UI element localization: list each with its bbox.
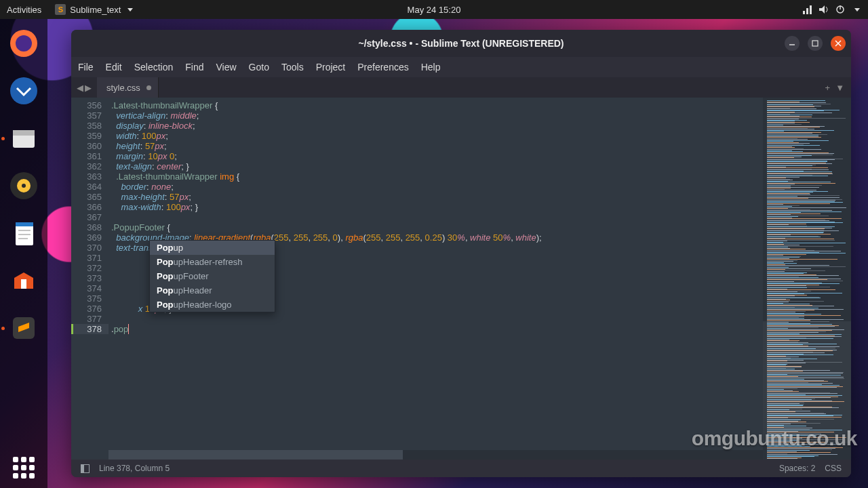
status-syntax[interactable]: CSS	[825, 464, 842, 473]
dock-software[interactable]	[6, 263, 41, 298]
power-icon[interactable]	[835, 5, 845, 14]
svg-rect-0	[803, 11, 805, 14]
tabs-dropdown-icon[interactable]: ▼	[835, 83, 844, 93]
status-bar: Line 378, Column 5 Spaces: 2 CSS	[71, 460, 851, 477]
autocomplete-item[interactable]: PopupHeader	[150, 283, 275, 298]
sublime-window: ~/style.css • - Sublime Text (UNREGISTER…	[71, 30, 851, 477]
autocomplete-item[interactable]: PopupFooter	[150, 269, 275, 283]
svg-rect-22	[812, 41, 818, 46]
dock	[0, 19, 47, 488]
gnome-top-bar: Activities S Sublime_text May 24 15:20	[0, 0, 868, 19]
activities-button[interactable]: Activities	[0, 5, 48, 15]
network-icon[interactable]	[803, 5, 812, 14]
svg-rect-19	[21, 279, 26, 289]
svg-rect-15	[16, 222, 33, 226]
tab-next-icon[interactable]: ▶	[85, 83, 92, 93]
autocomplete-item[interactable]: PopupHeader-refresh	[150, 255, 275, 269]
dock-firefox[interactable]	[6, 26, 41, 61]
menu-view[interactable]: View	[216, 62, 237, 73]
svg-point-7	[16, 35, 32, 52]
dock-writer[interactable]	[6, 216, 41, 251]
close-button[interactable]	[831, 36, 846, 51]
panel-switcher-icon[interactable]	[81, 464, 90, 473]
svg-rect-10	[13, 130, 35, 136]
autocomplete-popup[interactable]: PopupPopupHeader-refreshPopupFooterPopup…	[149, 240, 275, 312]
line-number-gutter: 3563573583593603613623633643653663673683…	[71, 98, 108, 460]
maximize-button[interactable]	[808, 36, 823, 51]
system-menu-chevron-icon[interactable]	[854, 8, 860, 12]
tab-prev-icon[interactable]: ◀	[77, 83, 83, 93]
dock-sublime-text[interactable]	[6, 310, 41, 346]
menu-help[interactable]: Help	[421, 62, 441, 73]
clock[interactable]: May 24 15:20	[401, 5, 468, 15]
menu-edit[interactable]: Edit	[106, 62, 122, 73]
status-indentation[interactable]: Spaces: 2	[779, 464, 815, 473]
menu-tools[interactable]: Tools	[281, 62, 304, 73]
tab-dirty-icon	[146, 85, 151, 90]
svg-rect-1	[806, 8, 808, 14]
menu-file[interactable]: File	[78, 62, 94, 73]
svg-rect-2	[810, 5, 812, 14]
svg-marker-3	[819, 5, 825, 14]
watermark-text: omgubuntu.co.uk	[692, 427, 857, 450]
dock-rhythmbox[interactable]	[6, 168, 41, 203]
editor-area[interactable]: 3563573583593603613623633643653663673683…	[71, 98, 851, 460]
menu-find[interactable]: Find	[185, 62, 203, 73]
tab-strip: ◀▶ style.css +▼	[71, 77, 851, 98]
svg-point-8	[10, 77, 37, 104]
autocomplete-item[interactable]: PopupHeader-logo	[150, 298, 275, 312]
status-cursor-position[interactable]: Line 378, Column 5	[99, 464, 170, 473]
menu-bar: FileEditSelectionFindViewGotoToolsProjec…	[71, 57, 851, 77]
minimap[interactable]	[763, 98, 851, 460]
horizontal-scrollbar[interactable]	[108, 450, 763, 460]
dock-files[interactable]	[6, 121, 41, 156]
top-active-app[interactable]: S Sublime_text	[48, 4, 140, 15]
dock-thunderbird[interactable]	[6, 73, 41, 108]
new-tab-icon[interactable]: +	[825, 83, 831, 93]
tab-style-css[interactable]: style.css	[97, 77, 159, 98]
volume-icon[interactable]	[819, 5, 829, 14]
tab-label: style.css	[106, 83, 140, 93]
minimize-button[interactable]	[785, 36, 800, 51]
svg-point-13	[22, 184, 26, 188]
menu-goto[interactable]: Goto	[249, 62, 269, 73]
window-title: ~/style.css • - Sublime Text (UNREGISTER…	[359, 38, 564, 49]
code-view[interactable]: .Latest-thumbnailWrapper {​ vertical-ali…	[108, 98, 763, 460]
autocomplete-item[interactable]: Popup	[150, 241, 275, 255]
show-applications-button[interactable]	[13, 457, 35, 479]
chevron-down-icon	[127, 8, 133, 12]
sublime-icon: S	[55, 4, 66, 15]
menu-preferences[interactable]: Preferences	[357, 62, 408, 73]
scrollbar-thumb[interactable]	[108, 450, 403, 460]
menu-project[interactable]: Project	[316, 62, 346, 73]
minimap-viewport[interactable]	[763, 321, 851, 443]
title-bar[interactable]: ~/style.css • - Sublime Text (UNREGISTER…	[71, 30, 851, 57]
menu-selection[interactable]: Selection	[134, 62, 174, 73]
